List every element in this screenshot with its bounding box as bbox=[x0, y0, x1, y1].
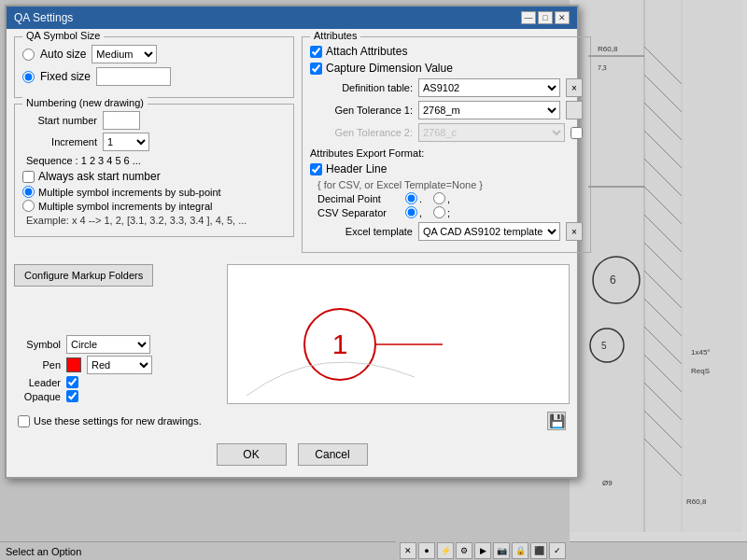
gen-tol2-label: Gen Tolerance 2: bbox=[310, 127, 413, 138]
status-icon-play[interactable]: ▶ bbox=[474, 542, 491, 559]
gen-tol1-row: Gen Tolerance 1: 2768_m 2768_f bbox=[310, 101, 583, 119]
dialog-titlebar: QA Settings — □ ✕ bbox=[7, 7, 577, 29]
start-number-row: Start number 1 bbox=[22, 111, 286, 130]
multiple-sub-row: Multiple symbol increments by sub-point bbox=[22, 186, 286, 198]
left-column: QA Symbol Size Auto size Medium Small La… bbox=[14, 36, 294, 255]
increment-row: Increment 1 2 5 bbox=[22, 133, 286, 151]
attach-label: Attach Attributes bbox=[326, 45, 407, 58]
attributes-title: Attributes bbox=[310, 30, 360, 41]
status-icon-lightning[interactable]: ⚡ bbox=[437, 542, 454, 559]
status-icon-x[interactable]: ✕ bbox=[400, 542, 416, 559]
maximize-button[interactable]: □ bbox=[538, 11, 553, 24]
configure-markup-button[interactable]: Configure Markup Folders bbox=[14, 264, 153, 287]
cad-drawing-svg: R60,8 7,3 M8 Ø12 6 5 1x45° ReqS R60,8 Ø9 bbox=[570, 0, 742, 532]
decimal-dot-radio[interactable] bbox=[405, 192, 417, 204]
start-number-input[interactable]: 1 bbox=[103, 111, 140, 130]
always-ask-label: Always ask start number bbox=[38, 170, 161, 183]
svg-text:5: 5 bbox=[601, 341, 607, 351]
button-row: OK Cancel bbox=[14, 438, 570, 469]
sequence-text: Sequence : 1 2 3 4 5 6 ... bbox=[26, 155, 286, 166]
decimal-comma-radio[interactable] bbox=[433, 192, 445, 204]
capture-checkbox[interactable] bbox=[310, 63, 322, 75]
def-table-button[interactable]: × bbox=[566, 78, 583, 97]
start-number-label: Start number bbox=[22, 115, 97, 126]
capture-row: Capture Dimension Value bbox=[310, 62, 583, 75]
status-icons: ✕ ● ⚡ ⚙ ▶ 📷 🔒 ⬛ ✓ bbox=[396, 541, 570, 560]
dialog-title: QA Settings bbox=[14, 11, 73, 24]
increment-label: Increment bbox=[22, 136, 97, 147]
gen-tol1-dropdown[interactable]: 2768_m 2768_f bbox=[418, 101, 560, 119]
disk-icon-button[interactable]: 💾 bbox=[547, 412, 566, 430]
qa-symbol-size-title: QA Symbol Size bbox=[22, 30, 104, 41]
def-table-dropdown[interactable]: AS9102 AS9101 bbox=[418, 78, 560, 97]
always-ask-checkbox[interactable] bbox=[22, 171, 35, 183]
csv-semicolon-label: ; bbox=[447, 207, 450, 218]
bottom-controls-row: Use these settings for new drawings. 💾 bbox=[14, 410, 570, 432]
pen-color-dropdown[interactable]: Red Blue Black bbox=[87, 356, 152, 374]
gen-tol1-button[interactable] bbox=[566, 101, 583, 119]
attach-checkbox[interactable] bbox=[310, 46, 322, 58]
right-column: Attributes Attach Attributes Capture Dim… bbox=[302, 36, 591, 255]
left-bottom: Configure Markup Folders Symbol Circle S… bbox=[14, 264, 219, 404]
header-line-checkbox[interactable] bbox=[310, 163, 322, 175]
fixed-size-radio[interactable] bbox=[22, 71, 35, 83]
auto-size-radio[interactable] bbox=[22, 49, 35, 61]
ok-button[interactable]: OK bbox=[217, 443, 287, 466]
svg-text:R60,8: R60,8 bbox=[686, 497, 707, 506]
gen-tol2-row: Gen Tolerance 2: 2768_c bbox=[310, 123, 583, 142]
svg-text:6: 6 bbox=[610, 273, 616, 287]
multiple-sub-label: Multiple symbol increments by sub-point bbox=[38, 187, 221, 198]
dialog-body: QA Symbol Size Auto size Medium Small La… bbox=[7, 29, 577, 477]
opaque-row: Opaque bbox=[14, 390, 219, 402]
fixed-size-label: Fixed size bbox=[40, 70, 91, 83]
excel-template-button[interactable]: × bbox=[566, 222, 583, 241]
multiple-int-radio[interactable] bbox=[22, 200, 35, 212]
csv-comma-radio[interactable] bbox=[405, 206, 417, 218]
numbering-title: Numbering (new drawing) bbox=[22, 97, 148, 108]
def-table-label: Definition table: bbox=[310, 82, 413, 93]
auto-size-dropdown[interactable]: Medium Small Large bbox=[92, 45, 157, 63]
top-row: QA Symbol Size Auto size Medium Small La… bbox=[14, 36, 570, 255]
status-icon-lock[interactable]: 🔒 bbox=[512, 542, 529, 559]
gen-tol1-label: Gen Tolerance 1: bbox=[310, 105, 413, 116]
header-line-row: Header Line bbox=[310, 162, 583, 175]
gen-tol2-dropdown[interactable]: 2768_c bbox=[418, 123, 565, 142]
opaque-label: Opaque bbox=[14, 391, 61, 402]
csv-comma-label: , bbox=[419, 207, 422, 218]
status-icon-camera[interactable]: 📷 bbox=[493, 542, 510, 559]
gen-tol2-checkbox[interactable] bbox=[571, 127, 583, 139]
status-icon-dot[interactable]: ● bbox=[418, 542, 435, 559]
numbering-group: Numbering (new drawing) Start number 1 I… bbox=[14, 104, 294, 237]
status-text: Select an Option bbox=[6, 546, 81, 557]
configure-markup-area: Configure Markup Folders bbox=[14, 264, 219, 287]
leader-checkbox[interactable] bbox=[66, 376, 78, 388]
excel-template-dropdown[interactable]: QA CAD AS9102 template None bbox=[418, 222, 560, 241]
decimal-point-row: Decimal Point . , bbox=[317, 192, 583, 204]
multiple-sub-radio[interactable] bbox=[22, 186, 35, 198]
csv-semicolon-radio[interactable] bbox=[433, 206, 445, 218]
fixed-size-input[interactable]: 16.0000 bbox=[96, 67, 171, 86]
symbol-options-panel: Symbol Circle Square Triangle Pen Red Bl… bbox=[14, 333, 219, 404]
status-icon-square[interactable]: ⬛ bbox=[530, 542, 547, 559]
csv-separator-row: CSV Separator , ; bbox=[317, 206, 583, 218]
excel-template-label: Excel template bbox=[310, 226, 413, 237]
leader-row: Leader bbox=[14, 376, 219, 388]
decimal-dot-label: . bbox=[419, 193, 422, 204]
status-icon-check[interactable]: ✓ bbox=[549, 542, 566, 559]
titlebar-buttons: — □ ✕ bbox=[521, 11, 570, 24]
bottom-section: Configure Markup Folders Symbol Circle S… bbox=[14, 264, 570, 404]
qa-symbol-size-group: QA Symbol Size Auto size Medium Small La… bbox=[14, 36, 294, 98]
export-format-section: Attributes Export Format: Header Line { … bbox=[310, 147, 583, 241]
cancel-button[interactable]: Cancel bbox=[298, 443, 368, 466]
pen-label: Pen bbox=[14, 359, 61, 371]
multiple-int-row: Multiple symbol increments by integral bbox=[22, 200, 286, 212]
decimal-comma-label: , bbox=[447, 193, 450, 204]
increment-dropdown[interactable]: 1 2 5 bbox=[103, 133, 149, 151]
use-settings-checkbox[interactable] bbox=[18, 415, 30, 427]
minimize-button[interactable]: — bbox=[521, 11, 536, 24]
status-icon-gear[interactable]: ⚙ bbox=[456, 542, 472, 559]
pen-row: Pen Red Blue Black bbox=[14, 356, 219, 374]
close-button[interactable]: ✕ bbox=[555, 11, 570, 24]
symbol-dropdown[interactable]: Circle Square Triangle bbox=[66, 335, 150, 354]
opaque-checkbox[interactable] bbox=[66, 390, 78, 402]
